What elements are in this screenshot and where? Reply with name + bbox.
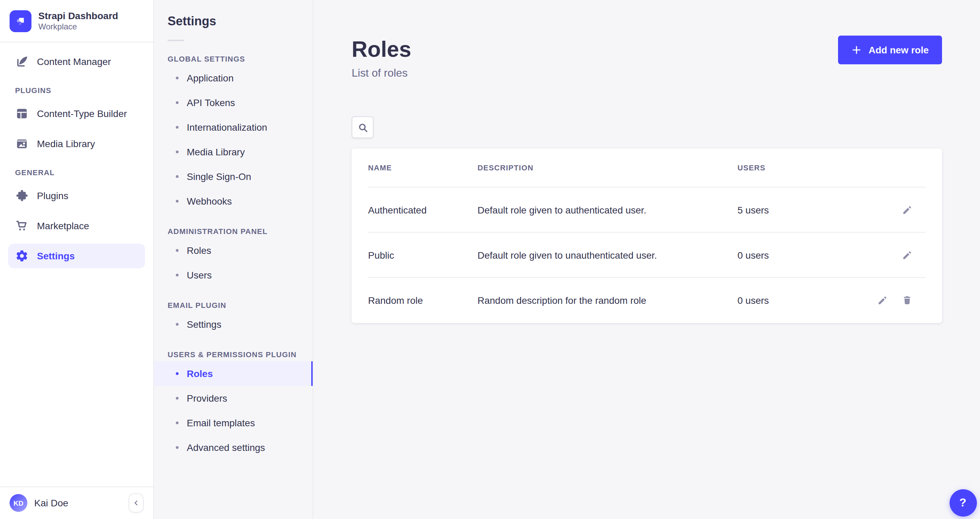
settings-subnav: Settings GLOBAL SETTINGS Application API…: [154, 0, 313, 519]
subnav-item-api-tokens[interactable]: API Tokens: [154, 90, 313, 115]
pencil-icon: [901, 204, 912, 215]
bullet-icon: [176, 101, 178, 104]
sidebar-item-content-type-builder[interactable]: Content-Type Builder: [8, 101, 145, 126]
subnav-section-title: GLOBAL SETTINGS: [154, 55, 313, 63]
add-new-role-label: Add new role: [869, 45, 929, 56]
layout-grid-icon: [15, 107, 29, 120]
sidebar-item-settings[interactable]: Settings: [8, 244, 145, 268]
bullet-icon: [176, 126, 178, 129]
page-header: Roles List of roles Add new role: [352, 0, 942, 81]
table-header-row: NAME DESCRIPTION USERS: [368, 148, 925, 188]
sidebar-section-plugins: PLUGINS: [15, 86, 138, 94]
subnav-title: Settings: [154, 12, 313, 30]
page-title: Roles: [352, 36, 411, 63]
subnav-section-email-plugin: EMAIL PLUGIN Settings: [154, 301, 313, 337]
subnav-section-title: EMAIL PLUGIN: [154, 301, 313, 309]
user-name: Kai Doe: [34, 497, 68, 508]
bullet-icon: [176, 200, 178, 202]
chevron-left-icon: [133, 500, 140, 506]
main-sidebar: Strapi Dashboard Workplace Content Manag…: [0, 0, 154, 519]
subnav-item-admin-roles[interactable]: Roles: [154, 238, 313, 263]
subnav-section-title: USERS & PERMISSIONS PLUGIN: [154, 350, 313, 358]
role-name: Authenticated: [368, 204, 477, 215]
bullet-icon: [176, 175, 178, 178]
subnav-divider: [168, 40, 184, 41]
feather-icon: [15, 55, 29, 68]
bullet-icon: [176, 422, 178, 424]
edit-role-button[interactable]: [900, 204, 913, 216]
sidebar-item-label: Settings: [37, 250, 75, 261]
column-header-name: NAME: [368, 164, 477, 172]
pencil-icon: [877, 295, 888, 306]
subnav-item-up-advanced-settings[interactable]: Advanced settings: [154, 435, 313, 460]
trash-icon: [901, 295, 912, 306]
bullet-icon: [176, 76, 178, 80]
cart-icon: [15, 219, 29, 232]
role-description: Random description for the random role: [477, 295, 738, 306]
gear-icon: [15, 249, 29, 263]
strapi-logo-icon: [10, 10, 32, 32]
sidebar-item-label: Marketplace: [37, 220, 89, 231]
sidebar-item-plugins[interactable]: Plugins: [8, 183, 145, 208]
role-users-count: 0 users: [738, 249, 854, 260]
sidebar-footer: KD Kai Doe: [0, 486, 153, 519]
bullet-icon: [176, 249, 178, 252]
page-subtitle: List of roles: [352, 66, 411, 81]
subnav-section-users-permissions-plugin: USERS & PERMISSIONS PLUGIN Roles Provide…: [154, 350, 313, 460]
sidebar-item-label: Content Manager: [37, 56, 111, 67]
subnav-item-email-settings[interactable]: Settings: [154, 312, 313, 337]
table-row-public[interactable]: Public Default role given to unauthentic…: [368, 232, 925, 278]
edit-role-button[interactable]: [900, 249, 913, 261]
sidebar-item-label: Media Library: [37, 138, 95, 149]
roles-table: NAME DESCRIPTION USERS Authenticated Def…: [352, 148, 942, 323]
bullet-icon: [176, 446, 178, 449]
bullet-icon: [176, 151, 178, 153]
user-menu[interactable]: KD Kai Doe: [10, 494, 129, 512]
subnav-item-media-library[interactable]: Media Library: [154, 140, 313, 164]
sidebar-nav: Content Manager PLUGINS Content-Type Bui…: [0, 42, 153, 268]
add-new-role-button[interactable]: Add new role: [838, 36, 942, 64]
subnav-item-admin-users[interactable]: Users: [154, 263, 313, 287]
subnav-item-up-providers[interactable]: Providers: [154, 386, 313, 411]
strapi-dashboard: Strapi Dashboard Workplace Content Manag…: [0, 0, 980, 519]
role-users-count: 5 users: [738, 204, 854, 215]
table-row-random-role[interactable]: Random role Random description for the r…: [368, 278, 925, 322]
sidebar-item-marketplace[interactable]: Marketplace: [8, 213, 145, 238]
pencil-icon: [901, 249, 912, 260]
help-button[interactable]: ?: [949, 489, 977, 516]
brand-subtitle: Workplace: [38, 22, 118, 32]
sidebar-item-label: Content-Type Builder: [37, 108, 127, 119]
bullet-icon: [176, 323, 178, 326]
subnav-section-title: ADMINISTRATION PANEL: [154, 227, 313, 236]
bullet-icon: [176, 274, 178, 277]
sidebar-item-content-manager[interactable]: Content Manager: [8, 49, 145, 74]
role-description: Default role given to authenticated user…: [477, 204, 738, 215]
sidebar-item-label: Plugins: [37, 190, 68, 201]
table-row-authenticated[interactable]: Authenticated Default role given to auth…: [368, 188, 925, 232]
role-description: Default role given to unauthenticated us…: [477, 249, 738, 260]
column-header-description: DESCRIPTION: [477, 164, 738, 172]
subnav-item-up-roles[interactable]: Roles: [154, 361, 313, 386]
subnav-item-single-sign-on[interactable]: Single Sign-On: [154, 164, 313, 189]
image-icon: [15, 137, 29, 151]
subnav-item-internationalization[interactable]: Internationalization: [154, 115, 313, 140]
subnav-section-global-settings: GLOBAL SETTINGS Application API Tokens I…: [154, 55, 313, 213]
search-button[interactable]: [352, 116, 374, 138]
sidebar-section-general: GENERAL: [15, 168, 138, 177]
role-name: Random role: [368, 295, 477, 306]
bullet-icon: [176, 397, 178, 400]
edit-role-button[interactable]: [876, 294, 888, 306]
avatar: KD: [10, 494, 27, 512]
delete-role-button[interactable]: [900, 294, 913, 306]
subnav-item-application[interactable]: Application: [154, 66, 313, 90]
subnav-item-webhooks[interactable]: Webhooks: [154, 189, 313, 213]
sidebar-item-media-library[interactable]: Media Library: [8, 131, 145, 156]
search-icon: [357, 121, 368, 133]
collapse-sidebar-button[interactable]: [129, 494, 144, 513]
workspace-switcher[interactable]: Strapi Dashboard Workplace: [0, 0, 153, 42]
plus-icon: [851, 45, 862, 56]
subnav-item-up-email-templates[interactable]: Email templates: [154, 411, 313, 435]
column-header-users: USERS: [738, 164, 854, 172]
role-users-count: 0 users: [738, 295, 854, 306]
role-name: Public: [368, 249, 477, 260]
